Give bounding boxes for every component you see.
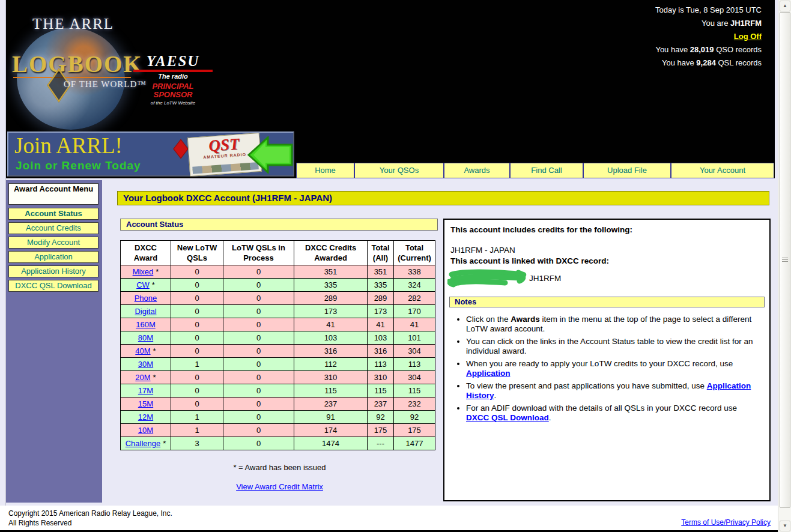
- award-cell: 17M: [121, 384, 171, 397]
- table-cell: 351: [294, 265, 368, 279]
- view-award-credit-matrix-link[interactable]: View Award Credit Matrix: [236, 482, 323, 491]
- sidebar-item-modify-account[interactable]: Modify Account: [8, 237, 98, 249]
- table-row-17m: 17M00115115115: [121, 384, 435, 397]
- sidebar-item-account-status[interactable]: Account Status: [8, 208, 98, 220]
- award-link-160m[interactable]: 160M: [136, 320, 156, 329]
- table-cell: 173: [368, 305, 394, 318]
- table-row-30m: 30M10112113113: [121, 358, 435, 371]
- sponsor-name: YAESU: [133, 53, 213, 69]
- tab-your-account[interactable]: Your Account: [670, 163, 774, 178]
- table-cell: 310: [294, 371, 368, 384]
- column-header-lotw-qsls-in-process: LoTW QSLs in Process: [223, 241, 294, 265]
- earth-globe-image: [17, 28, 125, 130]
- award-link-30m[interactable]: 30M: [138, 360, 153, 369]
- table-cell: 0: [223, 318, 294, 331]
- note-text: You can click on the links in the Accoun…: [466, 337, 753, 355]
- banner-headline: Join ARRL!: [14, 133, 123, 159]
- table-row-mixed: Mixed*00351351338: [121, 265, 435, 279]
- award-link-mixed[interactable]: Mixed: [133, 267, 154, 276]
- table-cell: 304: [394, 345, 435, 358]
- join-arrl-banner[interactable]: Join ARRL! Join or Renew Today QST AMATE…: [7, 131, 294, 177]
- table-cell: 0: [171, 345, 223, 358]
- qso-suffix: QSO records: [714, 45, 762, 54]
- table-cell: 1477: [394, 437, 435, 450]
- note-link-application[interactable]: Application: [466, 369, 511, 378]
- award-link-20m[interactable]: 20M: [135, 373, 150, 382]
- qso-line: You have 28,019 QSO records: [655, 43, 762, 56]
- tab-your-qsos[interactable]: Your QSOs: [354, 163, 443, 178]
- tab-awards[interactable]: Awards: [443, 163, 509, 178]
- qsl-count: 9,284: [696, 58, 716, 67]
- table-cell: 0: [171, 318, 223, 331]
- table-cell: ---: [368, 437, 394, 450]
- scrollbar-thumb[interactable]: [780, 12, 790, 508]
- terms-privacy-link[interactable]: Terms of Use/Privacy Policy: [681, 518, 771, 527]
- table-cell: 103: [368, 331, 394, 345]
- table-cell: 173: [294, 305, 368, 318]
- table-cell: 3: [171, 437, 223, 450]
- table-cell: 0: [223, 358, 294, 371]
- sidebar-item-account-credits[interactable]: Account Credits: [8, 222, 98, 234]
- sidebar-item-application[interactable]: Application: [8, 251, 98, 263]
- table-cell: 0: [223, 384, 294, 397]
- table-cell: 0: [171, 292, 223, 305]
- table-cell: 338: [394, 265, 435, 279]
- log-off-link[interactable]: Log Off: [734, 32, 762, 41]
- sidebar-item-application-history[interactable]: Application History: [8, 265, 98, 277]
- table-cell: 1474: [294, 437, 368, 450]
- note-link-dxcc-qsl-download[interactable]: DXCC QSL Download: [466, 413, 549, 422]
- tab-home[interactable]: Home: [297, 163, 354, 178]
- tab-find-call[interactable]: Find Call: [509, 163, 583, 178]
- linked-record-row: JH1RFM: [447, 268, 561, 288]
- award-link-cw[interactable]: CW: [136, 280, 150, 289]
- award-link-12m[interactable]: 12M: [138, 413, 153, 422]
- you-are-line: You are JH1RFM: [655, 17, 762, 30]
- award-cell: Mixed*: [121, 265, 171, 279]
- table-cell: 0: [223, 292, 294, 305]
- issued-star: *: [152, 280, 155, 289]
- table-cell: 0: [223, 371, 294, 384]
- table-row-20m: 20M*00310310304: [121, 371, 435, 384]
- award-link-17m[interactable]: 17M: [138, 386, 153, 395]
- table-cell: 115: [394, 384, 435, 397]
- scroll-down-button[interactable]: ▼: [780, 521, 790, 531]
- award-cell: 15M: [121, 397, 171, 411]
- notes-list: Click on the Awards item in the menu at …: [452, 315, 762, 423]
- arrl-red-diamond-icon: [173, 139, 188, 159]
- award-cell: 160M: [121, 318, 171, 331]
- award-link-challenge[interactable]: Challenge: [126, 439, 161, 448]
- award-link-digital[interactable]: Digital: [135, 307, 156, 316]
- award-link-40m[interactable]: 40M: [135, 346, 150, 355]
- award-link-phone[interactable]: Phone: [135, 294, 157, 303]
- table-cell: 316: [368, 345, 394, 358]
- table-cell: 41: [394, 318, 435, 331]
- matrix-link-wrap: View Award Credit Matrix: [120, 482, 439, 491]
- award-link-80m[interactable]: 80M: [138, 333, 153, 342]
- table-cell: 101: [394, 331, 435, 345]
- award-link-15m[interactable]: 15M: [138, 399, 153, 408]
- table-cell: 103: [294, 331, 368, 345]
- table-row-challenge: Challenge*301474---1477: [121, 437, 435, 450]
- table-row-cw: CW*00335335324: [121, 279, 435, 292]
- award-link-10m[interactable]: 10M: [138, 426, 153, 435]
- sidebar-item-dxcc-qsl-download[interactable]: DXCC QSL Download: [8, 280, 98, 292]
- qsl-prefix: You have: [662, 58, 696, 67]
- table-row-160m: 160M00414141: [121, 318, 435, 331]
- logo-the-arrl: THE ARRL: [32, 16, 114, 32]
- you-are-prefix: You are: [702, 19, 730, 28]
- issued-star: *: [153, 373, 156, 382]
- note-item: When you are ready to apply your LoTW cr…: [466, 359, 762, 378]
- table-cell: 113: [394, 358, 435, 371]
- table-cell: 0: [171, 331, 223, 345]
- tab-upload-file[interactable]: Upload File: [583, 163, 670, 178]
- scroll-up-button[interactable]: ▲: [780, 1, 790, 11]
- table-cell: 289: [294, 292, 368, 305]
- table-row-10m: 10M10174175175: [121, 424, 435, 437]
- table-cell: 0: [223, 345, 294, 358]
- vertical-scrollbar[interactable]: ▲ ▼: [778, 0, 791, 532]
- table-cell: 289: [368, 292, 394, 305]
- table-cell: 237: [368, 397, 394, 411]
- table-cell: 0: [223, 331, 294, 345]
- table-row-12m: 12M10919292: [121, 411, 435, 424]
- sidebar-title: Award Account Menu: [8, 183, 98, 205]
